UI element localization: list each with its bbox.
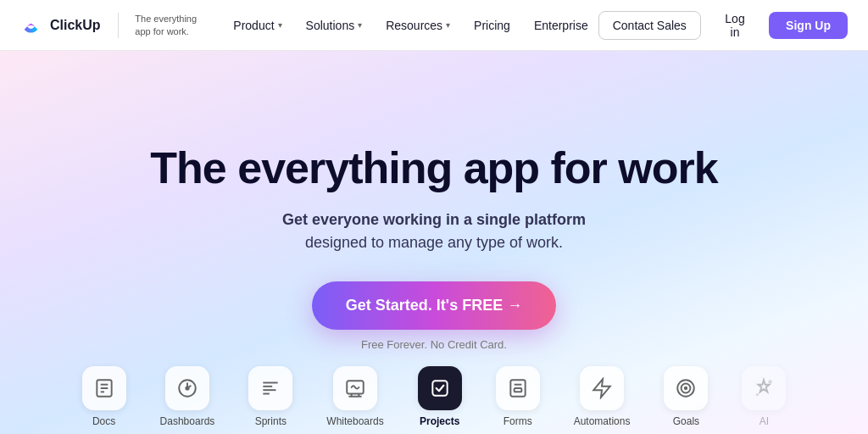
nav-item-resources[interactable]: Resources ▾ bbox=[376, 12, 460, 39]
hero-subtitle-regular: designed to manage any type of work. bbox=[305, 234, 563, 251]
svg-point-21 bbox=[756, 393, 759, 396]
nav-links: Product ▾ Solutions ▾ Resources ▾ Pricin… bbox=[223, 12, 598, 39]
docs-icon bbox=[93, 377, 115, 399]
automations-icon-box bbox=[580, 366, 624, 410]
navbar: ClickUp The everything app for work. Pro… bbox=[0, 0, 868, 51]
logo[interactable]: ClickUp The everything app for work. bbox=[20, 12, 203, 39]
feature-docs[interactable]: Docs bbox=[74, 359, 135, 434]
feature-sprints[interactable]: Sprints bbox=[240, 359, 301, 434]
ai-icon bbox=[753, 377, 775, 399]
svg-rect-15 bbox=[514, 388, 521, 392]
feature-whiteboards[interactable]: Whiteboards bbox=[318, 359, 392, 434]
hero-section: The everything app for work Get everyone… bbox=[0, 51, 868, 434]
feature-dashboards[interactable]: Dashboards bbox=[152, 359, 224, 434]
nav-item-product[interactable]: Product ▾ bbox=[223, 12, 292, 39]
contact-sales-button[interactable]: Contact Sales bbox=[598, 11, 701, 40]
feature-forms[interactable]: Forms bbox=[487, 359, 548, 434]
docs-icon-box bbox=[82, 366, 126, 410]
cta-button[interactable]: Get Started. It's FREE → bbox=[312, 281, 556, 330]
feature-projects[interactable]: Projects bbox=[409, 359, 470, 434]
automations-icon bbox=[591, 377, 613, 399]
hero-subtitle-bold: Get everyone working in a single platfor… bbox=[282, 211, 586, 228]
projects-icon-box bbox=[418, 366, 462, 410]
chevron-down-icon: ▾ bbox=[446, 20, 450, 30]
forms-icon bbox=[507, 377, 529, 399]
whiteboards-icon bbox=[344, 377, 366, 399]
ai-icon-box bbox=[742, 366, 786, 410]
sprints-icon-box bbox=[248, 366, 292, 410]
nav-item-solutions[interactable]: Solutions ▾ bbox=[296, 12, 373, 39]
hero-note: Free Forever. No Credit Card. bbox=[361, 338, 507, 351]
login-button[interactable]: Log in bbox=[709, 5, 760, 46]
signup-button[interactable]: Sign Up bbox=[769, 12, 848, 39]
nav-right: Contact Sales Log in Sign Up bbox=[598, 5, 848, 46]
chevron-down-icon: ▾ bbox=[358, 20, 362, 30]
projects-label: Projects bbox=[420, 415, 459, 427]
hero-subtitle: Get everyone working in a single platfor… bbox=[282, 209, 586, 254]
svg-marker-16 bbox=[593, 379, 610, 398]
ai-label: AI bbox=[760, 415, 769, 427]
svg-point-6 bbox=[186, 387, 188, 389]
docs-label: Docs bbox=[92, 415, 115, 427]
dashboards-icon-box bbox=[165, 366, 209, 410]
sprints-icon bbox=[259, 377, 281, 399]
whiteboards-icon-box bbox=[333, 366, 377, 410]
svg-rect-12 bbox=[432, 381, 447, 395]
goals-icon-box bbox=[664, 366, 708, 410]
svg-point-20 bbox=[769, 380, 772, 383]
nav-item-enterprise[interactable]: Enterprise bbox=[524, 12, 598, 39]
feature-icons-row: Docs Dashboards bbox=[0, 359, 868, 434]
dashboards-label: Dashboards bbox=[160, 415, 215, 427]
goals-label: Goals bbox=[673, 415, 699, 427]
logo-divider bbox=[118, 13, 119, 38]
dashboards-icon bbox=[176, 377, 198, 399]
chevron-down-icon: ▾ bbox=[278, 20, 282, 30]
projects-icon bbox=[429, 377, 451, 399]
sprints-label: Sprints bbox=[255, 415, 287, 427]
clickup-logo-icon bbox=[20, 12, 42, 39]
logo-text: ClickUp bbox=[50, 18, 101, 33]
feature-automations[interactable]: Automations bbox=[565, 359, 639, 434]
goals-icon bbox=[675, 377, 697, 399]
svg-point-19 bbox=[684, 387, 687, 390]
hero-title: The everything app for work bbox=[150, 144, 717, 192]
feature-ai[interactable]: AI bbox=[733, 359, 794, 434]
forms-icon-box bbox=[496, 366, 540, 410]
nav-item-pricing[interactable]: Pricing bbox=[464, 12, 520, 39]
forms-label: Forms bbox=[504, 415, 532, 427]
logo-tagline: The everything app for work. bbox=[135, 13, 203, 37]
feature-goals[interactable]: Goals bbox=[655, 359, 716, 434]
whiteboards-label: Whiteboards bbox=[326, 415, 383, 427]
automations-label: Automations bbox=[574, 415, 631, 427]
